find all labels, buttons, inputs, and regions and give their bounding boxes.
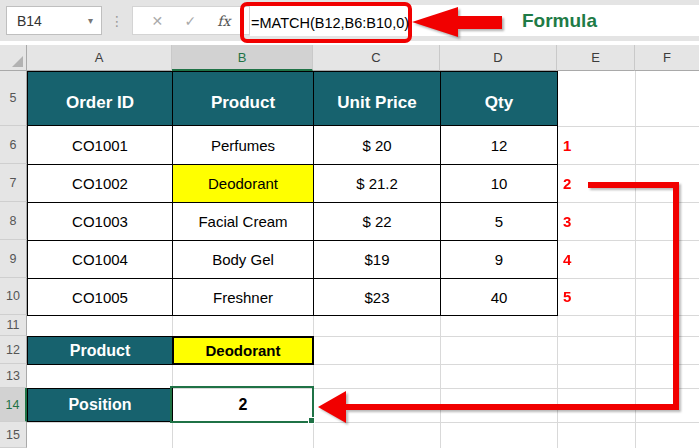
fill-handle[interactable] <box>308 417 315 424</box>
row-header-13[interactable]: 13 <box>0 364 27 388</box>
cell-a8[interactable]: CO1003 <box>27 202 173 241</box>
cell-b9[interactable]: Body Gel <box>172 240 314 279</box>
result-label-cell-a14[interactable]: Position <box>27 388 173 422</box>
cell-a7[interactable]: CO1002 <box>27 164 173 203</box>
column-header-a[interactable]: A <box>27 45 172 71</box>
cell-d10[interactable]: 40 <box>440 278 558 316</box>
cell-d8[interactable]: 5 <box>440 202 558 241</box>
row-header-6[interactable]: 6 <box>0 126 27 164</box>
enter-icon[interactable]: ✓ <box>184 13 196 29</box>
column-header-c[interactable]: C <box>313 45 440 71</box>
cell-a9[interactable]: CO1004 <box>27 240 173 279</box>
match-position-4: 4 <box>563 248 589 270</box>
cell-a10[interactable]: CO1005 <box>27 278 173 316</box>
formula-highlight-box: =MATCH(B12,B6:B10,0) <box>240 2 412 43</box>
separator-dots-icon: ⋮ <box>110 6 124 35</box>
table-header-unit-price[interactable]: Unit Price <box>313 71 441 126</box>
insert-function-icon[interactable]: fx <box>217 13 230 29</box>
select-all-corner[interactable] <box>0 45 27 71</box>
row-header-8[interactable]: 8 <box>0 202 27 240</box>
table-header-product[interactable]: Product <box>172 71 314 126</box>
row-header-7[interactable]: 7 <box>0 164 27 202</box>
cell-c6[interactable]: $ 20 <box>313 125 441 165</box>
match-position-5: 5 <box>563 285 589 307</box>
lookup-value-cell-b12[interactable]: Deodorant <box>172 336 314 365</box>
name-box[interactable]: B14 ▾ <box>6 6 102 35</box>
name-box-value: B14 <box>17 13 42 29</box>
formula-text: =MATCH(B12,B6:B10,0) <box>251 15 409 31</box>
cell-c9[interactable]: $19 <box>313 240 441 279</box>
cancel-icon[interactable]: ✕ <box>152 13 164 29</box>
select-all-icon <box>12 56 23 67</box>
table-header-qty[interactable]: Qty <box>440 71 558 126</box>
row-header-10[interactable]: 10 <box>0 278 27 315</box>
formula-bar-buttons: ✕ ✓ fx <box>132 6 250 35</box>
cell-a6[interactable]: CO1001 <box>27 125 173 165</box>
match-position-3: 3 <box>563 210 589 232</box>
cell-b10[interactable]: Freshner <box>172 278 314 316</box>
formula-annotation-label: Formula <box>522 10 597 32</box>
column-header-row: A B C D E F <box>0 45 699 71</box>
cell-b6[interactable]: Perfumes <box>172 125 314 165</box>
cell-c7[interactable]: $ 21.2 <box>313 164 441 203</box>
row-header-12[interactable]: 12 <box>0 336 27 364</box>
arrow-left-icon <box>412 7 458 37</box>
selection-border <box>170 386 314 423</box>
cell-b8[interactable]: Facial Cream <box>172 202 314 241</box>
cell-d6[interactable]: 12 <box>440 125 558 165</box>
lookup-label-cell-a12[interactable]: Product <box>27 336 173 365</box>
table-header-order-id[interactable]: Order ID <box>27 71 173 126</box>
match-position-2: 2 <box>563 172 589 194</box>
column-header-b[interactable]: B <box>172 45 313 71</box>
row-header-15[interactable]: 15 <box>0 422 27 448</box>
column-header-f[interactable]: F <box>635 45 699 71</box>
match-position-1: 1 <box>563 134 589 156</box>
cell-c8[interactable]: $ 22 <box>313 202 441 241</box>
gridline <box>635 71 636 448</box>
row-header-9[interactable]: 9 <box>0 240 27 278</box>
row-header-11[interactable]: 11 <box>0 315 27 336</box>
cell-b7-highlighted[interactable]: Deodorant <box>172 164 314 203</box>
column-header-d[interactable]: D <box>440 45 557 71</box>
chevron-down-icon[interactable]: ▾ <box>88 15 93 26</box>
cell-d9[interactable]: 9 <box>440 240 558 279</box>
row-header-14[interactable]: 14 <box>0 388 27 422</box>
row-header-5[interactable]: 5 <box>0 71 27 126</box>
cell-d7[interactable]: 10 <box>440 164 558 203</box>
cell-c10[interactable]: $23 <box>313 278 441 316</box>
column-header-e[interactable]: E <box>557 45 635 71</box>
arrow-left-icon <box>318 391 346 423</box>
gridline <box>27 422 699 423</box>
